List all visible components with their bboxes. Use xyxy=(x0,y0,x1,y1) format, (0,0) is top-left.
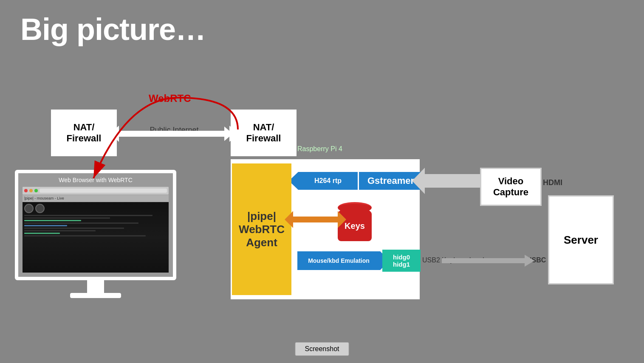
mouse-box: Mouse/kbd Emulation xyxy=(297,251,380,270)
browser-url-bar xyxy=(40,189,167,193)
keys-top xyxy=(338,202,372,213)
h264-row: H264 rtp xyxy=(289,172,358,190)
fake-row-2 xyxy=(24,217,110,219)
fake-row-7 xyxy=(24,230,96,231)
browser-label: Web Browser with WebRTC xyxy=(59,177,133,183)
browser-content-inner xyxy=(23,202,169,273)
monitor-base xyxy=(70,293,121,298)
hdmi-label: HDMI xyxy=(543,178,562,187)
fake-row-9 xyxy=(24,235,146,236)
usb2-label: USB2 xyxy=(422,256,440,264)
pipe-agent-box: |pipe| WebRTC Agent xyxy=(232,163,291,295)
nat-firewall-right: NAT/ Firewall xyxy=(231,110,297,156)
webrtc-label: WebRTC xyxy=(149,93,191,104)
browser-dot-red xyxy=(24,189,28,192)
usbc-label: USBC xyxy=(527,256,546,264)
fake-row-1 xyxy=(24,215,153,216)
fake-row-5 xyxy=(24,225,67,226)
usb3-label: USB3 xyxy=(423,177,441,184)
fake-row-6 xyxy=(24,228,124,229)
webcam-circle xyxy=(24,204,34,213)
monitor-stand xyxy=(87,280,104,293)
browser-monitor: Web Browser with WebRTC |pipe| - mouseam… xyxy=(15,170,176,298)
mouse-row: Mouse/kbd Emulation xyxy=(297,251,390,270)
webcam-area xyxy=(24,204,167,213)
h264-box: H264 rtp xyxy=(298,172,358,190)
keys-body: Keys xyxy=(338,207,372,241)
browser-bar xyxy=(23,187,169,194)
browser-tab: |pipe| - mouseam - Live xyxy=(23,195,169,201)
browser-dot-yellow xyxy=(29,189,33,192)
fake-row-4 xyxy=(24,222,138,224)
webcam-circle2 xyxy=(35,204,45,213)
keys-label: Keys xyxy=(345,221,365,231)
hidg-box: hidg0 hidg1 xyxy=(382,250,421,272)
browser-dot-green xyxy=(34,189,38,192)
server-box: Server xyxy=(548,195,614,284)
slide-title: Big picture… xyxy=(20,12,206,47)
screenshot-button[interactable]: Screenshot xyxy=(295,342,349,356)
fake-row-3 xyxy=(24,220,81,221)
raspi-label: Raspberry Pi 4 xyxy=(297,145,342,153)
nat-firewall-left: NAT/ Firewall xyxy=(51,110,117,156)
fake-row-8 xyxy=(24,233,60,234)
gstreamer-box: Gstreamer xyxy=(359,172,423,190)
slide: Big picture… xyxy=(0,0,644,363)
video-capture-box: Video Capture xyxy=(480,168,542,206)
public-internet-label: Public Internet xyxy=(132,126,217,135)
monitor-screen: Web Browser with WebRTC |pipe| - mouseam… xyxy=(15,170,176,280)
keys-cylinder: Keys xyxy=(336,203,374,245)
browser-inner: |pipe| - mouseam - Live xyxy=(23,187,169,273)
browser-content xyxy=(23,202,169,273)
keyboard-mouse-label: Keyboard and mouse xyxy=(442,256,506,264)
